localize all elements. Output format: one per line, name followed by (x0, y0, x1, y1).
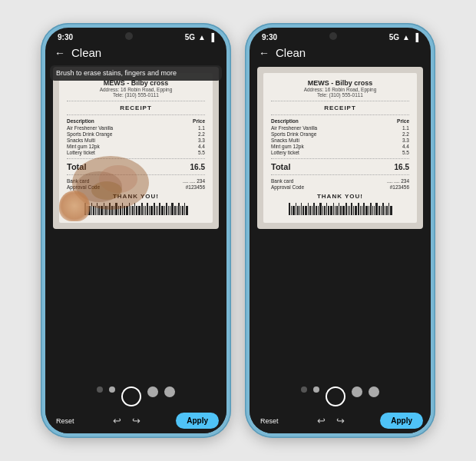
payment-value: #123456 (186, 184, 205, 190)
signal-icon: ▲ (402, 33, 410, 41)
dot-3-active[interactable] (121, 386, 141, 406)
payment-value: .... .... 234 (387, 178, 409, 184)
payment-row: Bank card .... .... 234 (271, 178, 409, 184)
dot-2[interactable] (313, 386, 319, 393)
desc-header: Description (271, 118, 299, 124)
battery-icon: ▐ (209, 33, 214, 41)
price-header: Price (193, 118, 205, 124)
item-price: 5.5 (402, 150, 409, 155)
item-name: Sports Drink Orange (271, 131, 316, 137)
dot-4[interactable] (352, 386, 362, 397)
redo-button[interactable]: ↪ (336, 415, 345, 426)
network-icon: 5G (389, 33, 399, 41)
item-price: 1.1 (402, 125, 409, 131)
dots-row (50, 386, 222, 406)
bottom-controls: Reset ↩ ↪ Apply (45, 380, 226, 433)
payment-label: Approval Code (271, 184, 304, 190)
receipt-paper: MEWS - Bilby cross Address: 16 Robin Roa… (263, 73, 417, 223)
payment-value: .... .... 234 (183, 178, 205, 184)
item-price: 4.4 (198, 144, 205, 149)
dots-row (254, 386, 426, 406)
back-button[interactable]: ← (259, 47, 269, 59)
redo-button[interactable]: ↪ (132, 415, 140, 426)
item-price: 3.3 (402, 138, 409, 143)
receipt-header: MEWS - Bilby cross Address: 16 Robin Roa… (271, 79, 409, 98)
dot-5[interactable] (369, 386, 379, 397)
total-amount: 16.5 (190, 163, 205, 171)
receipt-item: Lottery ticket 5.5 (271, 150, 409, 155)
dot-3-active[interactable] (326, 386, 345, 406)
status-icons: 5G ▲ ▐ (185, 33, 214, 41)
table-header: Description Price (67, 118, 205, 124)
thank-you: THANK YOU! (271, 193, 409, 200)
table-header: Description Price (271, 118, 409, 124)
status-icons: 5G ▲ ▐ (389, 33, 418, 41)
signal-icon: ▲ (198, 33, 206, 41)
status-bar: 9:30 5G ▲ ▐ (250, 28, 431, 43)
content-area: MEWS - Bilby cross Address: 16 Robin Roa… (250, 64, 431, 380)
time: 9:30 (262, 33, 277, 41)
action-row: Reset ↩ ↪ Apply (50, 413, 222, 429)
total-label: Total (271, 162, 290, 171)
undo-button[interactable]: ↩ (317, 415, 326, 426)
phone-wrapper-left: 9:30 5G ▲ ▐ ← Clean Brush to erase stain… (41, 23, 231, 438)
dot-5[interactable] (164, 386, 175, 397)
receipt-container: MEWS - Bilby cross Address: 16 Robin Roa… (257, 67, 423, 229)
store-phone: Tele: (310) 555-0111 (67, 92, 205, 98)
action-row: Reset ↩ ↪ Apply (254, 413, 426, 429)
total-row: Total 16.5 (271, 162, 409, 171)
top-bar: ← Clean (45, 43, 226, 64)
item-price: 3.3 (198, 138, 205, 143)
receipt-header: MEWS - Bilby cross Address: 16 Robin Roa… (67, 79, 205, 98)
page-title: Clean (276, 46, 306, 59)
dot-1[interactable] (301, 386, 307, 393)
item-name: Lottery ticket (271, 150, 299, 155)
apply-button[interactable]: Apply (380, 413, 423, 429)
receipt-item: Air Freshener Vanilla 1.1 (67, 125, 205, 131)
item-price: 1.1 (198, 125, 205, 131)
item-price: 2.2 (402, 131, 409, 137)
dot-4[interactable] (147, 386, 158, 397)
receipt-table: Description Price Air Freshener Vanilla … (271, 118, 409, 155)
dot-1[interactable] (97, 386, 103, 393)
reset-button[interactable]: Reset (257, 416, 282, 426)
payment-row: Approval Code #123456 (271, 184, 409, 190)
receipt-item: Sports Drink Orange 2.2 (271, 131, 409, 137)
tooltip: Brush to erase stains, fingers and more (50, 65, 222, 81)
phone-left: 9:30 5G ▲ ▐ ← Clean Brush to erase stain… (41, 23, 231, 438)
item-name: Snacks Multi (271, 138, 299, 143)
store-name: MEWS - Bilby cross (271, 79, 409, 87)
apply-button[interactable]: Apply (176, 413, 219, 429)
item-name: Snacks Multi (67, 138, 95, 143)
battery-icon: ▐ (413, 33, 418, 41)
receipt-item: Air Freshener Vanilla 1.1 (271, 125, 409, 131)
item-name: Air Freshener Vanilla (271, 125, 317, 131)
network-icon: 5G (185, 33, 195, 41)
receipt-item: Sports Drink Orange 2.2 (67, 131, 205, 137)
undo-button[interactable]: ↩ (113, 415, 121, 426)
payment-value: #123456 (390, 184, 409, 190)
item-price: 4.4 (402, 144, 409, 149)
receipt-item: Mint gum 12pk 4.4 (271, 144, 409, 149)
receipt-container: MEWS - Bilby cross Address: 16 Robin Roa… (53, 67, 219, 229)
dot-2[interactable] (109, 386, 115, 393)
desc-header: Description (67, 118, 94, 124)
phone-wrapper-right: 9:30 5G ▲ ▐ ← Clean (245, 23, 435, 438)
total-amount: 16.5 (395, 163, 409, 171)
store-address: Address: 16 Robin Road, Epping (271, 87, 409, 92)
reset-button[interactable]: Reset (53, 416, 78, 426)
back-button[interactable]: ← (55, 47, 65, 59)
top-bar: ← Clean (250, 43, 431, 64)
phone-right: 9:30 5G ▲ ▐ ← Clean (245, 23, 435, 438)
item-name: Sports Drink Orange (67, 131, 112, 137)
history-icons: ↩ ↪ (317, 415, 345, 426)
receipt-title: RECEIPT (271, 104, 409, 111)
payment-label: Bank card (271, 178, 293, 184)
receipt-title: RECEIPT (67, 104, 205, 111)
camera-notch (329, 32, 337, 40)
svg-point-3 (91, 181, 122, 200)
phone-screen-right: 9:30 5G ▲ ▐ ← Clean (250, 28, 431, 433)
item-price: 2.2 (198, 131, 205, 137)
finger-overlay (59, 191, 90, 221)
bottom-controls: Reset ↩ ↪ Apply (250, 380, 431, 433)
